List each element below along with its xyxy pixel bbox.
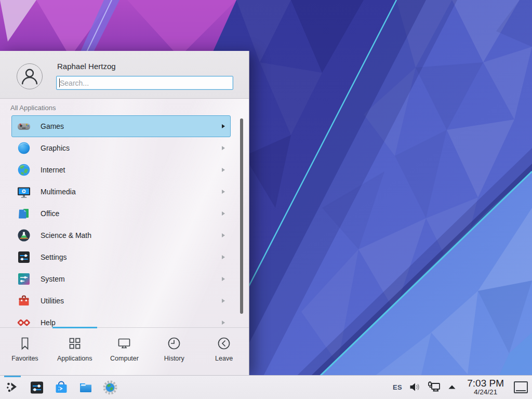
tab-label: Computer (110, 355, 139, 362)
tab-label: Leave (215, 355, 233, 362)
discover-icon (54, 380, 69, 395)
science-icon (17, 228, 31, 243)
launcher-body: All Applications GamesGraphicsInternetMu… (0, 99, 249, 327)
tab-label: Applications (57, 355, 92, 362)
category-label: Settings (41, 253, 67, 261)
submenu-arrow-icon (222, 255, 225, 259)
computer-icon (116, 336, 132, 351)
folder-icon (78, 380, 94, 395)
submenu-arrow-icon (222, 168, 225, 172)
internet-icon (17, 163, 31, 177)
multimedia-icon (17, 184, 31, 199)
digital-clock[interactable]: 7:03 PM 4/24/21 (467, 378, 504, 396)
active-indicator (4, 376, 21, 377)
search-input[interactable] (56, 76, 233, 90)
user-name: Raphael Hertzog (57, 62, 116, 71)
text-caret (59, 78, 60, 87)
search-field-wrap (56, 76, 233, 90)
help-icon (17, 315, 31, 327)
volume-icon[interactable] (409, 381, 421, 393)
globe-gear-icon (102, 380, 118, 395)
submenu-arrow-icon (222, 190, 225, 194)
show-desktop-button[interactable] (514, 381, 528, 393)
utilities-icon (17, 294, 31, 308)
category-item-multimedia[interactable]: Multimedia (11, 181, 231, 203)
application-launcher-button[interactable] (5, 380, 20, 395)
category-label: Multimedia (41, 188, 76, 196)
category-label: Office (41, 209, 59, 218)
tab-label: History (164, 355, 184, 362)
submenu-arrow-icon (222, 124, 225, 128)
tab-leave[interactable]: Leave (199, 328, 249, 375)
category-item-science-math[interactable]: Science & Math (11, 224, 231, 246)
tab-label: Favorites (11, 355, 38, 362)
category-item-games[interactable]: Games (11, 115, 231, 137)
submenu-arrow-icon (222, 146, 225, 150)
category-item-internet[interactable]: Internet (11, 159, 231, 181)
category-list: GamesGraphicsInternetMultimediaOfficeSci… (0, 115, 249, 327)
category-label: System (41, 275, 65, 283)
submenu-arrow-icon (222, 321, 225, 325)
category-label: Internet (41, 166, 65, 174)
history-icon (166, 336, 182, 351)
file-manager-button[interactable] (78, 380, 94, 395)
tab-history[interactable]: History (149, 328, 199, 375)
web-browser-button[interactable] (102, 380, 118, 395)
scrollbar[interactable] (240, 118, 243, 314)
category-label: Science & Math (41, 231, 91, 240)
category-item-graphics[interactable]: Graphics (11, 137, 231, 159)
user-avatar-icon[interactable] (17, 63, 43, 89)
submenu-arrow-icon (222, 277, 225, 281)
games-icon (17, 119, 31, 134)
leave-icon (216, 336, 232, 351)
tab-favorites[interactable]: Favorites (0, 328, 50, 375)
category-item-utilities[interactable]: Utilities (11, 290, 231, 312)
submenu-arrow-icon (222, 299, 225, 303)
applications-icon (67, 336, 83, 351)
submenu-arrow-icon (222, 233, 225, 237)
network-icon[interactable] (428, 381, 441, 393)
launcher-icon (5, 380, 20, 395)
category-label: Help (41, 318, 56, 327)
clock-date: 4/24/21 (467, 389, 504, 396)
settings-icon (17, 250, 31, 264)
category-item-office[interactable]: Office (11, 203, 231, 224)
system-settings-icon (29, 380, 45, 395)
clock-time: 7:03 PM (467, 378, 504, 389)
office-icon (17, 206, 31, 221)
graphics-icon (17, 141, 31, 155)
category-label: Games (41, 122, 64, 130)
category-label: Graphics (41, 144, 70, 152)
category-label: Utilities (41, 297, 64, 305)
keyboard-layout-indicator[interactable]: ES (393, 383, 402, 391)
category-item-settings[interactable]: Settings (11, 246, 231, 268)
launcher-tab-bar: FavoritesApplicationsComputerHistoryLeav… (0, 327, 249, 375)
expand-tray-icon[interactable] (448, 384, 456, 390)
system-tray: ES 7:03 PM 4/24/21 (393, 378, 532, 396)
submenu-arrow-icon (222, 211, 225, 216)
discover-button[interactable] (54, 380, 69, 395)
launcher-header: Raphael Hertzog (0, 51, 249, 99)
application-launcher-menu: Raphael Hertzog All Applications GamesGr… (0, 51, 249, 375)
taskbar: ES 7:03 PM 4/24/21 (0, 375, 532, 399)
taskbar-launchers (0, 376, 118, 399)
category-item-system[interactable]: System (11, 268, 231, 290)
tab-computer[interactable]: Computer (100, 328, 150, 375)
system-icon (17, 272, 31, 286)
category-item-help[interactable]: Help (11, 312, 231, 327)
section-label: All Applications (10, 104, 56, 112)
system-settings-button[interactable] (29, 380, 45, 395)
favorites-icon (17, 336, 33, 351)
tab-applications[interactable]: Applications (50, 328, 100, 375)
